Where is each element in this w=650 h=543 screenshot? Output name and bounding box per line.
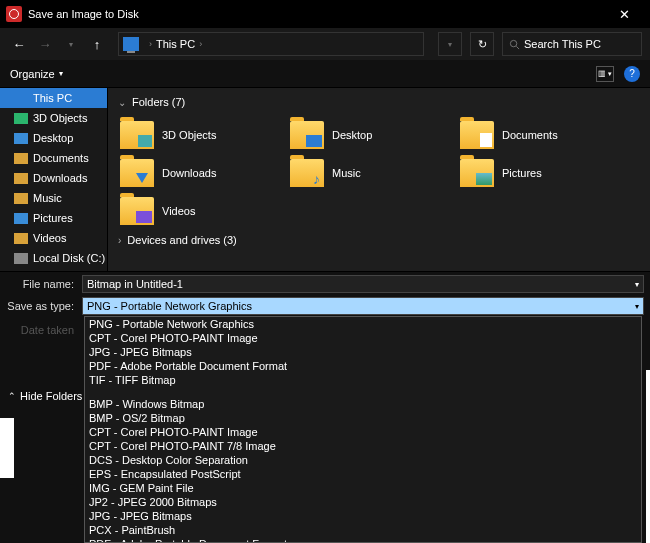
chevron-down-icon: ⌄ — [118, 97, 126, 108]
savetype-dropdown[interactable]: PNG - Portable Network GraphicsCPT - Cor… — [84, 316, 642, 543]
app-icon — [6, 6, 22, 22]
save-panel: File name: Bitmap in Untitled-1 ▾ Save a… — [0, 271, 650, 543]
folder-icon — [290, 159, 324, 187]
folder-icon — [14, 133, 28, 144]
chevron-down-icon: ⌃ — [8, 391, 16, 401]
titlebar: Save an Image to Disk ✕ — [0, 0, 650, 28]
folders-section-header[interactable]: ⌄ Folders (7) — [118, 96, 640, 108]
chevron-down-icon: ▾ — [635, 280, 639, 289]
folder-icon — [14, 113, 28, 124]
folder-videos[interactable]: Videos — [118, 192, 288, 230]
up-button[interactable]: ↑ — [86, 33, 108, 55]
right-edge — [646, 370, 650, 543]
folder-icon — [14, 173, 28, 184]
organize-menu[interactable]: Organize ▾ — [10, 68, 63, 80]
filetype-option[interactable]: CPT - Corel PHOTO-PAINT 7/8 Image — [85, 439, 641, 453]
search-input[interactable]: Search This PC — [502, 32, 642, 56]
back-button[interactable]: ← — [8, 33, 30, 55]
folder-desktop[interactable]: Desktop — [288, 116, 458, 154]
folder-icon — [460, 159, 494, 187]
forward-button[interactable]: → — [34, 33, 56, 55]
svg-point-0 — [510, 40, 516, 46]
address-history-button[interactable]: ▾ — [438, 32, 462, 56]
filetype-option[interactable]: CPT - Corel PHOTO-PAINT Image — [85, 425, 641, 439]
filetype-option[interactable]: CPT - Corel PHOTO-PAINT Image — [85, 331, 641, 345]
tree-item-music[interactable]: Music — [0, 188, 107, 208]
tree-item-local-disk-c-[interactable]: Local Disk (C:) — [0, 248, 107, 268]
breadcrumb-location[interactable]: This PC — [156, 38, 195, 50]
filetype-option[interactable]: TIF - TIFF Bitmap — [85, 373, 641, 387]
folder-icon — [14, 153, 28, 164]
devices-section-header[interactable]: › Devices and drives (3) — [118, 234, 640, 246]
view-options-button[interactable]: ▥▾ — [596, 66, 614, 82]
pc-icon — [123, 37, 139, 51]
folder-icon — [120, 197, 154, 225]
folder-icon — [290, 121, 324, 149]
folder-downloads[interactable]: Downloads — [118, 154, 288, 192]
tree-item-3d-objects[interactable]: 3D Objects — [0, 108, 107, 128]
savetype-combo[interactable]: PNG - Portable Network Graphics ▾ — [82, 297, 644, 315]
folder-icon — [14, 193, 28, 204]
chevron-right-icon: › — [149, 39, 152, 49]
folder-icon — [120, 121, 154, 149]
filetype-option[interactable]: JPG - JPEG Bitmaps — [85, 345, 641, 359]
filetype-option[interactable]: EPS - Encapsulated PostScript — [85, 467, 641, 481]
folder-icon — [14, 93, 28, 104]
search-icon — [509, 39, 520, 50]
nav-toolbar: ← → ▾ ↑ › This PC › ▾ ↻ Search This PC — [0, 28, 650, 60]
folder-icon — [120, 159, 154, 187]
content-pane[interactable]: ⌄ Folders (7) 3D ObjectsDesktopDocuments… — [108, 88, 650, 271]
tree-item-pictures[interactable]: Pictures — [0, 208, 107, 228]
command-bar: Organize ▾ ▥▾ ? — [0, 60, 650, 88]
folder-pictures[interactable]: Pictures — [458, 154, 628, 192]
filename-input[interactable]: Bitmap in Untitled-1 ▾ — [82, 275, 644, 293]
filetype-option[interactable]: JP2 - JPEG 2000 Bitmaps — [85, 495, 641, 509]
folder-3d-objects[interactable]: 3D Objects — [118, 116, 288, 154]
filetype-option[interactable]: JPG - JPEG Bitmaps — [85, 509, 641, 523]
folder-music[interactable]: Music — [288, 154, 458, 192]
left-edge — [0, 418, 14, 478]
chevron-right-icon: › — [199, 39, 202, 49]
help-button[interactable]: ? — [624, 66, 640, 82]
datetaken-label: Date taken — [6, 324, 82, 336]
folder-documents[interactable]: Documents — [458, 116, 628, 154]
filetype-option[interactable]: PDF - Adobe Portable Document Format — [85, 359, 641, 373]
tree-item-downloads[interactable]: Downloads — [0, 168, 107, 188]
tree-item-this-pc[interactable]: This PC — [0, 88, 107, 108]
folder-icon — [14, 233, 28, 244]
address-bar[interactable]: › This PC › — [118, 32, 424, 56]
chevron-down-icon: ▾ — [635, 302, 639, 311]
recent-dropdown[interactable]: ▾ — [60, 33, 82, 55]
window-title: Save an Image to Disk — [28, 8, 139, 20]
filetype-option[interactable]: IMG - GEM Paint File — [85, 481, 641, 495]
chevron-down-icon: ▾ — [59, 69, 63, 78]
filetype-option[interactable]: PDF - Adobe Portable Document Format — [85, 537, 641, 543]
filetype-option[interactable]: BMP - OS/2 Bitmap — [85, 411, 641, 425]
filetype-option[interactable]: PNG - Portable Network Graphics — [85, 317, 641, 331]
svg-line-1 — [516, 46, 519, 49]
nav-tree[interactable]: This PC3D ObjectsDesktopDocumentsDownloa… — [0, 88, 108, 271]
hide-folders-button[interactable]: ⌃ Hide Folders — [8, 390, 82, 402]
tree-item-desktop[interactable]: Desktop — [0, 128, 107, 148]
refresh-button[interactable]: ↻ — [470, 32, 494, 56]
tree-item-documents[interactable]: Documents — [0, 148, 107, 168]
filename-label: File name: — [6, 278, 82, 290]
folder-icon — [14, 253, 28, 264]
chevron-right-icon: › — [118, 235, 121, 246]
filetype-option[interactable]: PCX - PaintBrush — [85, 523, 641, 537]
folder-icon — [460, 121, 494, 149]
savetype-label: Save as type: — [6, 300, 82, 312]
filetype-option[interactable]: BMP - Windows Bitmap — [85, 397, 641, 411]
folder-icon — [14, 213, 28, 224]
filetype-option[interactable]: DCS - Desktop Color Separation — [85, 453, 641, 467]
tree-item-videos[interactable]: Videos — [0, 228, 107, 248]
close-button[interactable]: ✕ — [604, 0, 644, 28]
